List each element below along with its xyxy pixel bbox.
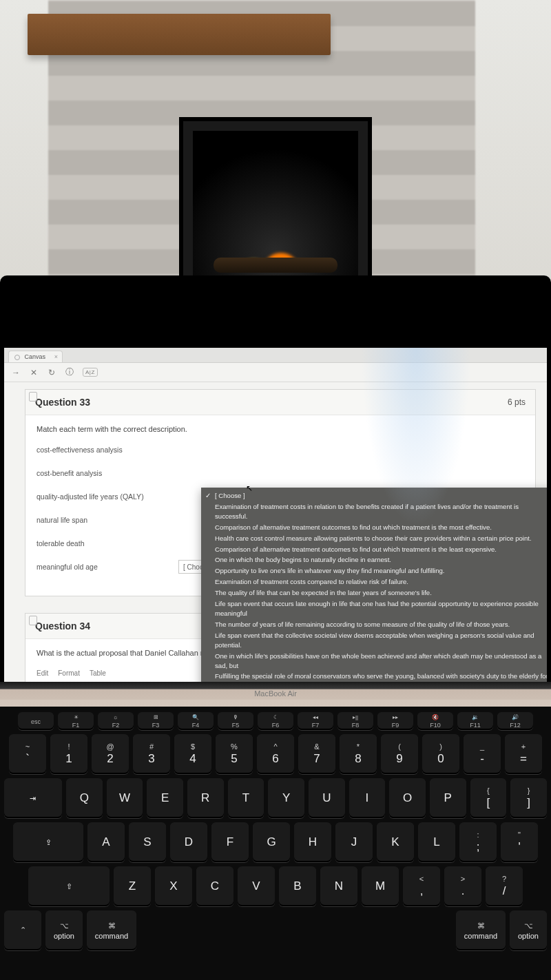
- key[interactable]: &7: [298, 734, 335, 774]
- key[interactable]: "': [501, 822, 538, 862]
- browser-tab-canvas[interactable]: Canvas ×: [8, 351, 63, 362]
- rte-table[interactable]: Table: [90, 669, 106, 677]
- key[interactable]: Z: [114, 866, 151, 906]
- flag-question-34[interactable]: [29, 616, 37, 625]
- key[interactable]: ⇪: [13, 822, 83, 862]
- question-33-body: Match each term with the correct descrip…: [25, 415, 535, 596]
- dropdown-option[interactable]: Examination of treatment costs compared …: [201, 576, 547, 587]
- key[interactable]: E: [147, 778, 183, 818]
- key[interactable]: esc: [18, 712, 54, 730]
- key[interactable]: :;: [459, 822, 497, 862]
- key[interactable]: ⌥option: [510, 910, 547, 950]
- key[interactable]: <,: [403, 866, 440, 906]
- key[interactable]: 🔍F4: [178, 712, 214, 730]
- key[interactable]: M: [362, 866, 399, 906]
- key[interactable]: R: [187, 778, 224, 818]
- key[interactable]: G: [253, 822, 290, 862]
- key[interactable]: F: [211, 822, 249, 862]
- key[interactable]: #3: [133, 734, 170, 774]
- forward-icon[interactable]: →: [11, 368, 21, 377]
- dropdown-option[interactable]: Opportunity to live one's life in whatev…: [201, 565, 547, 576]
- key[interactable]: P: [430, 778, 466, 818]
- dropdown-option[interactable]: The number of years of life remaining ac…: [201, 619, 547, 630]
- dropdown-option[interactable]: Fulfilling the special role of moral con…: [201, 671, 547, 682]
- dropdown-option[interactable]: Examination of treatment costs in relati…: [201, 501, 547, 522]
- key[interactable]: ☾F6: [258, 712, 293, 730]
- key[interactable]: I: [349, 778, 386, 818]
- laptop-deck: esc☀F1☼F2⊞F3🔍F4🎙F5☾F6◂◂F7▸||F8▸▸F9🔇F10🔉F…: [0, 700, 551, 980]
- key[interactable]: )0: [422, 734, 459, 774]
- key[interactable]: 🔇F10: [417, 712, 453, 730]
- key[interactable]: ⊞F3: [138, 712, 174, 730]
- key[interactable]: W: [107, 778, 143, 818]
- key[interactable]: ☼F2: [98, 712, 134, 730]
- tab-close-icon[interactable]: ×: [54, 353, 58, 360]
- key[interactable]: $4: [174, 734, 211, 774]
- key[interactable]: ▸▸F9: [377, 712, 413, 730]
- key[interactable]: {[: [470, 778, 507, 818]
- key[interactable]: Y: [268, 778, 304, 818]
- key[interactable]: ?/: [486, 866, 523, 906]
- key[interactable]: *8: [340, 734, 377, 774]
- key[interactable]: }]: [510, 778, 547, 818]
- key[interactable]: (9: [381, 734, 418, 774]
- key[interactable]: !1: [50, 734, 87, 774]
- key[interactable]: K: [377, 822, 414, 862]
- key[interactable]: ▸||F8: [337, 712, 373, 730]
- match-row: cost-effectiveness analysis[ Choose ]: [37, 443, 524, 457]
- key[interactable]: >.: [444, 866, 481, 906]
- info-icon[interactable]: ⓘ: [65, 368, 74, 377]
- key[interactable]: B: [279, 866, 316, 906]
- key[interactable]: L: [418, 822, 455, 862]
- dropdown-option[interactable]: One in which the body begins to naturall…: [201, 554, 547, 565]
- key[interactable]: N: [320, 866, 357, 906]
- key[interactable]: ⇧: [28, 866, 110, 906]
- rte-edit[interactable]: Edit: [37, 669, 48, 677]
- key[interactable]: X: [155, 866, 192, 906]
- key[interactable]: O: [389, 778, 426, 818]
- laptop-hinge: MacBook Air: [0, 682, 551, 700]
- key[interactable]: ⇥: [4, 778, 62, 818]
- key[interactable]: 🔉F11: [457, 712, 493, 730]
- key[interactable]: ^6: [257, 734, 294, 774]
- key[interactable]: ⌘command: [87, 910, 136, 950]
- dropdown-option[interactable]: Life span event that the collective soci…: [201, 630, 547, 651]
- key[interactable]: ⌘command: [456, 910, 506, 950]
- keyboard: esc☀F1☼F2⊞F3🔍F4🎙F5☾F6◂◂F7▸||F8▸▸F9🔇F10🔉F…: [0, 707, 551, 980]
- dropdown-option[interactable]: Health care cost control measure allowin…: [201, 533, 547, 544]
- key[interactable]: H: [294, 822, 331, 862]
- key[interactable]: D: [170, 822, 207, 862]
- key[interactable]: 🔊F12: [497, 712, 533, 730]
- key[interactable]: ⌃: [4, 910, 41, 950]
- rte-format[interactable]: Format: [58, 669, 80, 677]
- dropdown-option[interactable]: [ Choose ]: [201, 490, 547, 501]
- key[interactable]: Q: [66, 778, 103, 818]
- stop-icon[interactable]: ✕: [29, 368, 39, 377]
- match-term: quality-adjusted life years (QALY): [37, 492, 167, 501]
- key[interactable]: T: [228, 778, 264, 818]
- dropdown-option[interactable]: One in which life's possibilities have o…: [201, 651, 547, 671]
- key[interactable]: U: [309, 778, 345, 818]
- key[interactable]: ☀F1: [58, 712, 94, 730]
- key[interactable]: S: [129, 822, 166, 862]
- flag-question-33[interactable]: [29, 392, 37, 402]
- key[interactable]: %5: [216, 734, 253, 774]
- key[interactable]: A: [87, 822, 125, 862]
- dropdown-option[interactable]: Comparison of alternative treatment outc…: [201, 544, 547, 555]
- dropdown-option[interactable]: The quality of life that can be expected…: [201, 587, 547, 598]
- key[interactable]: V: [238, 866, 275, 906]
- key[interactable]: ◂◂F7: [298, 712, 333, 730]
- reload-icon[interactable]: ↻: [47, 368, 56, 377]
- key[interactable]: +=: [505, 734, 542, 774]
- reader-badge[interactable]: A|Z: [83, 368, 98, 377]
- key[interactable]: ⌥option: [45, 910, 83, 950]
- key[interactable]: J: [335, 822, 373, 862]
- key[interactable]: _-: [464, 734, 501, 774]
- key[interactable]: 🎙F5: [218, 712, 253, 730]
- match-dropdown-open[interactable]: [ Choose ]Examination of treatment costs…: [201, 488, 547, 682]
- key[interactable]: C: [196, 866, 233, 906]
- key[interactable]: ~`: [9, 734, 46, 774]
- key[interactable]: @2: [92, 734, 129, 774]
- dropdown-option[interactable]: Life span event that occurs late enough …: [201, 598, 547, 619]
- dropdown-option[interactable]: Comparison of alternative treatment outc…: [201, 522, 547, 533]
